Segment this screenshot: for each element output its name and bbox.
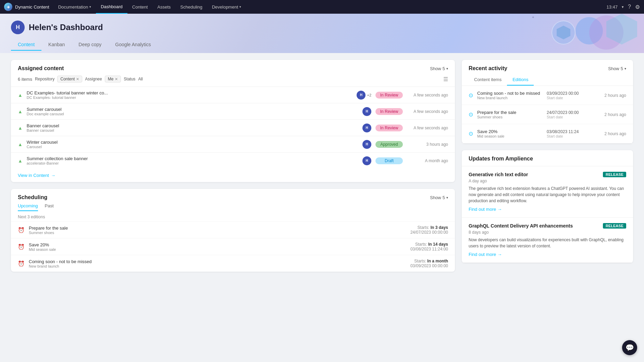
content-time: 3 hours ago [407, 142, 448, 147]
assigned-content-header: Assigned content Show 5 ▾ [11, 60, 455, 76]
activity-tabs: Content items Editions [462, 72, 633, 86]
tab-content[interactable]: Content [11, 39, 41, 51]
content-info: DC Examples- tutorial banner winter co..… [27, 90, 353, 100]
update-item-1: Generative rich text editor RELEASE A da… [462, 166, 633, 218]
find-out-more-link-2[interactable]: Find out more → [469, 252, 626, 257]
activity-date: 03/08/2023 11:24 [547, 129, 595, 134]
clock-icon: ⏰ [18, 260, 25, 267]
nav-item-documentation[interactable]: Documentation ▾ [53, 0, 96, 14]
activity-date: 03/09/2023 00:00 [547, 91, 595, 96]
updates-title: Updates from Amplience [469, 156, 533, 161]
header-banner: ✦ H Helen's Dashboard Content Kanban Dee… [0, 14, 644, 53]
activity-date-label: Start date [547, 96, 595, 100]
nav-right: 13:47 ▾ ? ⚙ [607, 4, 640, 10]
tab-kanban[interactable]: Kanban [41, 39, 72, 51]
header-tabs: Content Kanban Deep copy Google Analytic… [11, 39, 633, 51]
tab-deep-copy[interactable]: Deep copy [72, 39, 108, 51]
content-info: Banner carousel Banner carousel [27, 123, 358, 132]
activity-date-col: 24/07/2023 00:00 Start date [547, 110, 595, 119]
nav-item-assets[interactable]: Assets [152, 0, 175, 14]
tab-editions[interactable]: Editions [507, 74, 534, 86]
content-item-4[interactable]: ▲ Winter carousel Carousel H Approved 3 … [11, 136, 455, 152]
content-name: Winter carousel [27, 140, 358, 145]
nav-item-development[interactable]: Development ▾ [207, 0, 246, 14]
update-title: Generative rich text editor [469, 172, 528, 177]
filter-content[interactable]: Content ✕ [57, 76, 82, 82]
close-icon[interactable]: ✕ [76, 77, 79, 81]
sched-item-2[interactable]: ⏰ Save 20% Mid season sale Starts: In 14… [11, 238, 455, 255]
status-badge: Approved [375, 141, 403, 148]
show-control[interactable]: Show 5 ▾ [430, 195, 448, 200]
content-type-icon: ▲ [18, 109, 23, 114]
sched-item-1[interactable]: ⏰ Prepare for the sale Summer shoes Star… [11, 221, 455, 238]
content-item-1[interactable]: ▲ DC Examples- tutorial banner winter co… [11, 87, 455, 103]
tab-upcoming[interactable]: Upcoming [18, 203, 38, 211]
settings-icon[interactable]: ⚙ [635, 4, 640, 10]
activity-date-label: Start date [547, 115, 595, 119]
brand: ◈ Dynamic Content [4, 3, 49, 11]
content-name: Summer collection sale banner [27, 156, 358, 161]
sched-name: Prepare for the sale [29, 225, 406, 231]
close-icon[interactable]: ✕ [115, 77, 118, 81]
sched-time: Starts: In 14 days 03/08/2023 11:24:00 [410, 242, 448, 251]
content-sub: Carousel [27, 145, 358, 149]
clock-icon: ⏰ [18, 244, 25, 250]
view-in-content-link[interactable]: View in Content → [11, 169, 455, 182]
recent-activity-title: Recent activity [469, 65, 507, 72]
nav-item-content[interactable]: Content [127, 0, 153, 14]
app-name: Dynamic Content [15, 4, 49, 10]
content-item-2[interactable]: ▲ Summer carousel Doc example carousel H… [11, 103, 455, 119]
update-desc-1: The generative rich text extension featu… [469, 185, 626, 204]
chevron-down-icon: ▾ [446, 67, 448, 70]
content-item-3[interactable]: ▲ Banner carousel Banner carousel H In R… [11, 119, 455, 136]
update-item-2: GraphQL Content Delivery API enhancement… [462, 218, 633, 263]
content-item-5[interactable]: ▲ Summer collection sale banner accelera… [11, 152, 455, 169]
content-info: Summer carousel Doc example carousel [27, 107, 358, 116]
activity-item-3[interactable]: ⊙ Save 20% Mid season sale 03/08/2023 11… [462, 124, 633, 143]
activity-name: Coming soon - not to be missed [477, 91, 543, 96]
avatar-stack: H +2 [357, 91, 371, 100]
avatar: H [11, 21, 25, 34]
content-name: DC Examples- tutorial banner winter co..… [27, 90, 353, 95]
tab-past[interactable]: Past [45, 203, 54, 211]
activity-time: 2 hours ago [599, 93, 626, 98]
scheduling-header: Scheduling Show 5 ▾ [11, 189, 455, 201]
sched-info: Prepare for the sale Summer shoes [29, 225, 406, 235]
update-title: GraphQL Content Delivery API enhancement… [469, 223, 573, 229]
sched-item-3[interactable]: ⏰ Coming soon - not to be missed New bra… [11, 255, 455, 272]
activity-item-1[interactable]: ⊙ Coming soon - not to be missed New bra… [462, 86, 633, 105]
activity-date-col: 03/09/2023 00:00 Start date [547, 91, 595, 100]
dropdown-icon[interactable]: ▾ [622, 5, 624, 9]
content-time: A few seconds ago [407, 109, 448, 114]
filter-options-icon[interactable]: ☰ [443, 76, 448, 82]
activity-item-2[interactable]: ⊙ Prepare for the sale Summer shoes 24/0… [462, 105, 633, 124]
show-control[interactable]: Show 5 ▾ [608, 66, 626, 71]
filter-all: All [138, 77, 143, 81]
tab-content-items[interactable]: Content items [469, 74, 507, 86]
circle-icon: ⊙ [469, 111, 473, 118]
nav-item-dashboard[interactable]: Dashboard [96, 0, 127, 14]
help-icon[interactable]: ? [628, 4, 631, 10]
find-out-more-link-1[interactable]: Find out more → [469, 207, 626, 212]
content-time: A few seconds ago [407, 93, 448, 98]
content-sub: Doc example carousel [27, 112, 358, 116]
chevron-down-icon: ▾ [239, 5, 241, 9]
logo-icon: ◈ [4, 3, 12, 11]
chevron-down-icon: ▾ [446, 196, 448, 199]
filter-me[interactable]: Me ✕ [105, 76, 121, 82]
activity-info: Save 20% Mid season sale [477, 129, 543, 138]
activity-date-label: Start date [547, 134, 595, 138]
sched-time: Starts: In 3 days 24/07/2023 00:00:00 [410, 225, 448, 235]
sched-name: Save 20% [29, 242, 406, 247]
show-control[interactable]: Show 5 ▾ [430, 66, 448, 71]
update-time-1: A day ago [469, 179, 626, 183]
tab-google-analytics[interactable]: Google Analytics [108, 39, 158, 51]
nav-item-scheduling[interactable]: Scheduling [175, 0, 207, 14]
sched-time: Starts: In a month 03/09/2023 00:00:00 [410, 259, 448, 268]
show-count: 5 [443, 66, 445, 71]
arrow-right-icon: → [497, 252, 502, 257]
update-desc-2: Now developers can build visualizations … [469, 237, 626, 249]
show-count: 5 [621, 66, 623, 71]
scheduling-card: Scheduling Show 5 ▾ Upcoming Past Next 3… [11, 189, 455, 272]
release-badge: RELEASE [603, 172, 626, 177]
